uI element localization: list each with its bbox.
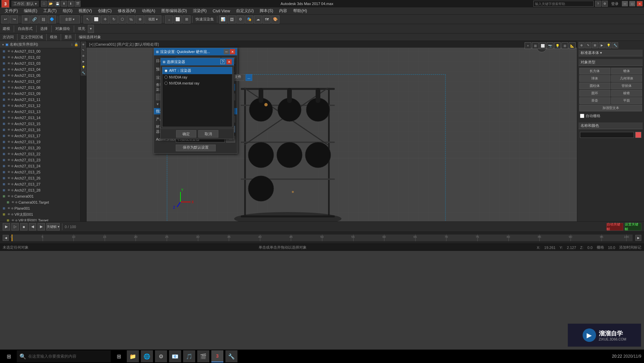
viewport-maximize-btn[interactable]: ⬜ [539,42,546,49]
menu-view[interactable]: 视图(V) [76,7,95,14]
align-btn[interactable]: ⬜ [174,15,182,23]
timeline-next-btn[interactable]: ▶ [635,235,641,241]
renderer-mental-ray-radio[interactable] [164,82,168,85]
list-item[interactable]: ⊞ 👁 ⊕ Arch27_013_25 [0,169,80,175]
app9[interactable]: 🔧 [225,350,237,362]
object-name-input[interactable] [580,132,634,138]
menu-civil-view[interactable]: Civil View [210,8,233,14]
login-btn[interactable]: 登录 [609,1,621,6]
play-animation-btn[interactable]: ▶ [3,223,10,230]
search-taskbar-icon[interactable]: 🔍 在这里输入你要搜索的内容 [17,350,111,362]
create-cylinder-btn[interactable]: 圆柱体 [579,83,610,89]
sel-dialog-help-icon[interactable]: ? [220,59,225,64]
new-btn[interactable]: □ [41,1,47,7]
sel-dialog-cancel-btn[interactable]: 取消 [198,130,218,138]
app6[interactable]: 🎵 [183,350,195,362]
scale-type-btn[interactable]: % [127,15,135,23]
list-item[interactable]: ⊞ 👁 ⊕ Arch27_013_11 [0,97,80,103]
viewport-camera-btn[interactable]: 📷 [547,42,553,49]
renderer-art-radio[interactable] [164,69,168,72]
menu-edit[interactable]: 编辑(E) [21,7,40,14]
list-item[interactable]: ⊞ 👁 ⊕ Arch27_013_04 [0,66,80,72]
active-shade-btn[interactable]: 🎭 [245,15,253,23]
render-frame-btn[interactable]: 🖼 [228,15,236,23]
sel-dialog-confirm-btn[interactable]: 确定 [176,130,196,138]
mirror-btn[interactable]: ⬦ [165,15,173,23]
rp-create-btn[interactable]: ⊕ [579,42,585,48]
unlink-btn[interactable]: ⛓ [39,15,47,23]
rp-utility-btn[interactable]: 🔧 [612,42,618,48]
set-key-btn[interactable]: 设置关键帧 [625,223,641,230]
scene-item-vr-sun-target[interactable]: ⊞ 👁 ⊕ VR太阳001.Target [0,217,80,221]
menu-help[interactable]: 帮助(H) [290,7,310,14]
open-btn[interactable]: 📂 [48,1,54,7]
color-swatch[interactable] [635,132,641,138]
list-item[interactable]: ⊞ 👁 ⊕ Arch27_013_09 [0,91,80,97]
use-pivot-btn[interactable]: ⊕ [136,15,144,23]
render-dialog-minimize[interactable]: ─ [224,49,229,54]
list-item[interactable]: ⊞ 👁 ⊕ Arch27_013_20 [0,145,80,151]
menu-graph-editor[interactable]: 图形编辑器(D) [159,7,190,14]
select-region-btn[interactable]: ⬜ [92,15,100,23]
stop-animation-btn[interactable]: ■ [20,223,28,230]
task-view-icon[interactable]: ⊞ [113,350,125,362]
rotate-btn[interactable]: ↻ [110,15,118,23]
render-dialog-close[interactable]: ✕ [230,49,235,54]
render-btn2[interactable]: 🎬 [74,1,80,7]
list-item[interactable]: ⊞ 👁 ⊕ Arch27_013_03 [0,60,80,66]
create-sphere-btn[interactable]: 球体 [579,75,610,82]
scene-lock-btn[interactable]: 🔒 [74,43,78,46]
list-item[interactable]: ⊞ 👁 ⊕ Arch27_013_16 [0,127,80,133]
toggle-fill[interactable]: ▾ [88,25,94,33]
key-filters-btn[interactable]: 关键帧 ▾ [46,223,60,230]
open-material-editor-btn[interactable]: 🎨 [271,15,279,23]
select-btn[interactable]: ⊞ [22,15,30,23]
renderer-item-mental-ray[interactable]: NVIDIA mental ray [162,80,232,86]
list-item[interactable]: ⊞ 👁 ⊕ Arch27_013_00 [0,48,80,54]
scale-btn[interactable]: ⬡ [118,15,126,23]
scene-item-vr-sun[interactable]: ⊞ 👁 ⊕ VR太阳001 [0,211,80,217]
redo-btn[interactable]: ↪ [10,15,18,23]
select-filter[interactable]: 全部 ▾ [60,15,80,23]
help-search[interactable] [533,1,594,7]
graph-editor-btn[interactable]: 📊 [219,15,227,23]
create-box-btn[interactable]: 长方体 [579,68,610,74]
create-text-btn[interactable]: 加强型文本 [579,105,642,111]
app7[interactable]: 🎬 [197,350,209,362]
move-btn[interactable]: ✛ [101,15,109,23]
app5[interactable]: 📧 [169,350,181,362]
create-teapot-btn[interactable]: 茶壶 [579,97,610,104]
renderer-item-art[interactable]: ART：渲染器 [162,67,232,74]
list-item[interactable]: ⊞ 👁 ⊕ Arch27_013_15 [0,121,80,127]
create-plane-btn[interactable]: 平面 [611,97,642,104]
menu-group[interactable]: 组(G) [60,7,75,14]
menu-customize[interactable]: 自定义(U) [233,7,257,14]
maximize-btn[interactable]: □ [629,1,635,6]
auto-grid-checkbox[interactable] [580,114,584,118]
render-expand-arrow[interactable]: ▼ [156,102,159,106]
scene-item-camera001-target[interactable]: ⊞ 👁 ⊕ Camera001.Target [0,199,80,205]
rp-hierarchy-btn[interactable]: ⊞ [592,42,598,48]
next-frame-btn[interactable]: ▶ [38,223,45,230]
viewport-grid-btn[interactable]: ⊞ [561,42,568,49]
3dsmax-taskbar-icon[interactable]: 3 [211,350,223,362]
menu-script[interactable]: 脚本(S) [257,7,276,14]
menu-modifier[interactable]: 修改器(M) [115,7,139,14]
timeline-prev-btn[interactable]: ◀ [3,235,9,241]
list-item[interactable]: ⊞ 👁 ⊕ Arch27_013_22 [0,151,80,157]
list-item[interactable]: ⊞ 👁 ⊕ Arch27_013_17 [0,133,80,139]
list-item[interactable]: ⊞ 👁 ⊕ Arch27_013_24 [0,163,80,169]
utilities-tool[interactable]: 🔧 [81,70,86,75]
workspace-selector[interactable]: 工作区: 默认 ▾ [11,1,39,7]
undo-btn[interactable]: ↩ [1,15,9,23]
play-selected-btn[interactable]: ▷ [11,223,19,230]
viewport-snap-btn[interactable]: 📐 [569,42,576,49]
hierarchy-tool[interactable]: ⊞ [81,53,86,58]
sel-dialog-close-btn[interactable]: ✕ [226,59,232,64]
display-tool[interactable]: 💡 [81,64,86,70]
render-setup-btn[interactable]: ⚙ [236,15,245,23]
list-item[interactable]: ⊞ 👁 ⊕ Arch27_013_05 [0,72,80,79]
minimize-btn[interactable]: ─ [622,1,628,6]
viewport-shading-btn[interactable]: 💡 [554,42,561,49]
help-btn[interactable]: ? [595,1,601,7]
